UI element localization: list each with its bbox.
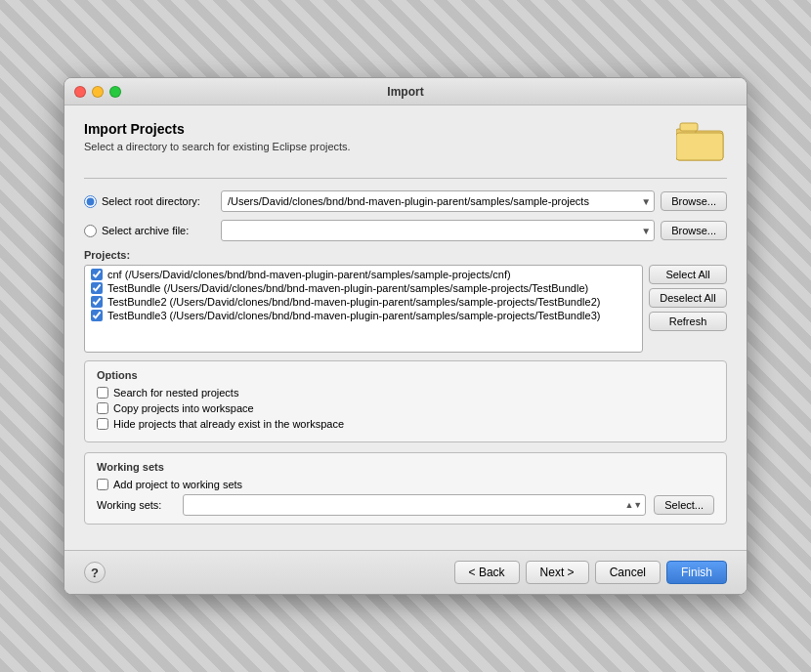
window-controls [74, 86, 121, 98]
projects-section: Projects: cnf (/Users/David/clones/bnd/b… [84, 249, 727, 353]
window-title: Import [387, 85, 423, 99]
archive-file-row: Select archive file: ▼ Browse... [84, 220, 727, 241]
options-group: Options Search for nested projectsCopy p… [84, 360, 727, 442]
working-sets-select-row: Working sets: ▲▼ Select... [97, 494, 714, 516]
add-to-working-sets-row: Add project to working sets [97, 479, 714, 490]
select-all-button[interactable]: Select All [649, 265, 727, 284]
project-name: TestBundle3 (/Users/David/clones/bnd/bnd… [107, 310, 600, 321]
header-text: Import Projects Select a directory to se… [84, 121, 351, 152]
root-directory-radio[interactable] [84, 195, 97, 208]
option-item: Hide projects that already exist in the … [97, 418, 714, 430]
project-name: cnf (/Users/David/clones/bnd/bnd-maven-p… [107, 269, 511, 280]
project-checkbox[interactable] [91, 282, 103, 294]
projects-list[interactable]: cnf (/Users/David/clones/bnd/bnd-maven-p… [84, 265, 643, 353]
projects-row: cnf (/Users/David/clones/bnd/bnd-maven-p… [84, 265, 727, 353]
option-checkbox[interactable] [97, 418, 108, 430]
option-label: Search for nested projects [113, 387, 238, 399]
archive-file-radio[interactable] [84, 225, 97, 237]
option-label: Hide projects that already exist in the … [113, 418, 344, 430]
archive-browse-button[interactable]: Browse... [661, 221, 727, 240]
minimize-button[interactable] [92, 86, 104, 98]
dialog-header: Import Projects Select a directory to se… [84, 121, 727, 164]
dialog-title: Import Projects [84, 121, 351, 137]
footer-buttons: < Back Next > Cancel Finish [454, 561, 727, 584]
archive-file-label: Select archive file: [102, 225, 189, 236]
back-button[interactable]: < Back [454, 561, 520, 584]
root-browse-button[interactable]: Browse... [661, 191, 727, 211]
option-label: Copy projects into workspace [113, 402, 254, 414]
working-sets-field-label: Working sets: [97, 499, 175, 511]
option-checkbox[interactable] [97, 387, 108, 399]
working-sets-group: Working sets Add project to working sets… [84, 452, 727, 525]
titlebar: Import [64, 78, 747, 105]
project-checkbox[interactable] [91, 269, 103, 280]
separator [84, 178, 727, 179]
project-checkbox[interactable] [91, 310, 103, 321]
project-name: TestBundle (/Users/David/clones/bnd/bnd-… [107, 282, 588, 294]
root-directory-row: Select root directory: ▼ Browse... [84, 190, 727, 212]
dialog-body: Import Projects Select a directory to se… [64, 105, 747, 550]
list-item: cnf (/Users/David/clones/bnd/bnd-maven-p… [89, 268, 638, 281]
options-group-title: Options [97, 369, 714, 381]
svg-rect-2 [676, 133, 723, 160]
help-button[interactable]: ? [84, 562, 106, 583]
cancel-button[interactable]: Cancel [595, 561, 661, 584]
bottom-bar: ? < Back Next > Cancel Finish [64, 550, 747, 594]
add-to-working-sets-label: Add project to working sets [113, 479, 242, 490]
list-item: TestBundle2 (/Users/David/clones/bnd/bnd… [89, 295, 638, 309]
root-directory-input[interactable] [221, 190, 655, 212]
option-item: Copy projects into workspace [97, 402, 714, 414]
option-checkbox[interactable] [97, 402, 108, 414]
project-checkbox[interactable] [91, 296, 103, 308]
maximize-button[interactable] [109, 86, 121, 98]
options-items: Search for nested projectsCopy projects … [97, 387, 714, 430]
working-sets-input[interactable] [183, 494, 646, 516]
list-item: TestBundle (/Users/David/clones/bnd/bnd-… [89, 281, 638, 295]
archive-file-radio-label[interactable]: Select archive file: [84, 225, 221, 237]
root-directory-label: Select root directory: [102, 195, 200, 207]
svg-rect-3 [680, 123, 698, 131]
add-to-working-sets-checkbox[interactable] [97, 479, 108, 490]
list-item: TestBundle3 (/Users/David/clones/bnd/bnd… [89, 309, 638, 322]
folder-icon [676, 121, 727, 164]
option-item: Search for nested projects [97, 387, 714, 399]
working-sets-input-wrap: ▲▼ [183, 494, 646, 516]
projects-label: Projects: [84, 249, 727, 261]
next-button[interactable]: Next > [526, 561, 589, 584]
projects-action-buttons: Select All Deselect All Refresh [649, 265, 727, 353]
close-button[interactable] [74, 86, 86, 98]
dialog-subtitle: Select a directory to search for existin… [84, 141, 351, 152]
project-name: TestBundle2 (/Users/David/clones/bnd/bnd… [107, 296, 600, 308]
root-directory-input-wrap: ▼ [221, 190, 655, 212]
archive-file-input[interactable] [221, 220, 655, 241]
working-sets-title: Working sets [97, 461, 714, 473]
deselect-all-button[interactable]: Deselect All [649, 288, 727, 308]
import-window: Import Import Projects Select a director… [64, 77, 747, 595]
select-working-sets-button[interactable]: Select... [654, 495, 714, 515]
finish-button[interactable]: Finish [666, 561, 727, 584]
root-directory-radio-label[interactable]: Select root directory: [84, 195, 221, 208]
archive-file-input-wrap: ▼ [221, 220, 655, 241]
refresh-button[interactable]: Refresh [649, 312, 727, 331]
